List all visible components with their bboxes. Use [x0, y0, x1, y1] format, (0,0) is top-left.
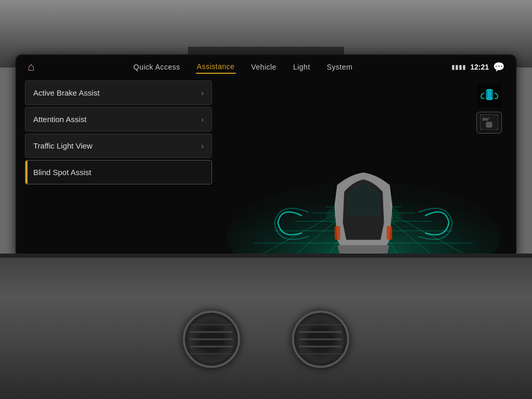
menu-item-label: Blind Spot Assist [33, 168, 91, 177]
top-bar: ⌂ Quick Access Assistance Vehicle Light … [17, 56, 515, 74]
main-content: Active Brake Assist › Attention Assist ›… [17, 74, 515, 256]
menu-item-label: Traffic Light View [33, 141, 92, 150]
svg-rect-27 [491, 123, 493, 126]
tab-quick-access[interactable]: Quick Access [132, 61, 181, 73]
tab-system[interactable]: System [326, 61, 354, 73]
viz-top-icons: 360° [476, 83, 502, 134]
svg-rect-22 [491, 90, 493, 98]
message-icon[interactable]: 💬 [493, 61, 504, 73]
tab-light[interactable]: Light [292, 61, 311, 73]
vents-container [183, 311, 349, 368]
screen-bezel: ⌂ Quick Access Assistance Vehicle Light … [16, 55, 516, 257]
chevron-icon: › [201, 142, 204, 150]
signal-icon: ▮▮▮▮ [451, 63, 466, 71]
chevron-icon: › [201, 115, 204, 124]
svg-rect-19 [387, 226, 392, 240]
dashboard-bottom [0, 254, 532, 399]
svg-rect-25 [486, 122, 492, 127]
menu-item-blind-spot-assist[interactable]: Blind Spot Assist [25, 160, 212, 184]
tab-vehicle[interactable]: Vehicle [250, 61, 278, 73]
view-360-badge[interactable]: 360° [476, 112, 502, 134]
svg-text:360°: 360° [482, 117, 490, 121]
menu-item-label: Active Brake Assist [33, 88, 100, 97]
menu-item-active-brake-assist[interactable]: Active Brake Assist › [25, 81, 212, 105]
home-icon[interactable]: ⌂ [28, 60, 34, 74]
menu-item-traffic-light-view[interactable]: Traffic Light View › [25, 134, 212, 158]
nav-tabs: Quick Access Assistance Vehicle Light Sy… [34, 60, 451, 74]
blind-spot-assist-icon [477, 83, 502, 108]
viz-area: 360° [220, 78, 507, 256]
car-visualization [220, 78, 507, 256]
main-screen: ⌂ Quick Access Assistance Vehicle Light … [17, 56, 515, 256]
menu-panel: Active Brake Assist › Attention Assist ›… [25, 78, 212, 256]
vent-right [292, 311, 349, 368]
chevron-icon: › [201, 89, 204, 97]
tab-assistance[interactable]: Assistance [196, 60, 236, 74]
menu-item-attention-assist[interactable]: Attention Assist › [25, 107, 212, 131]
status-bar: ▮▮▮▮ 12:21 💬 [451, 61, 504, 73]
time-display: 12:21 [470, 63, 489, 71]
vent-left [183, 311, 240, 368]
svg-rect-26 [486, 123, 487, 126]
svg-rect-21 [486, 90, 487, 98]
menu-item-label: Attention Assist [33, 115, 87, 124]
svg-rect-18 [335, 226, 340, 240]
